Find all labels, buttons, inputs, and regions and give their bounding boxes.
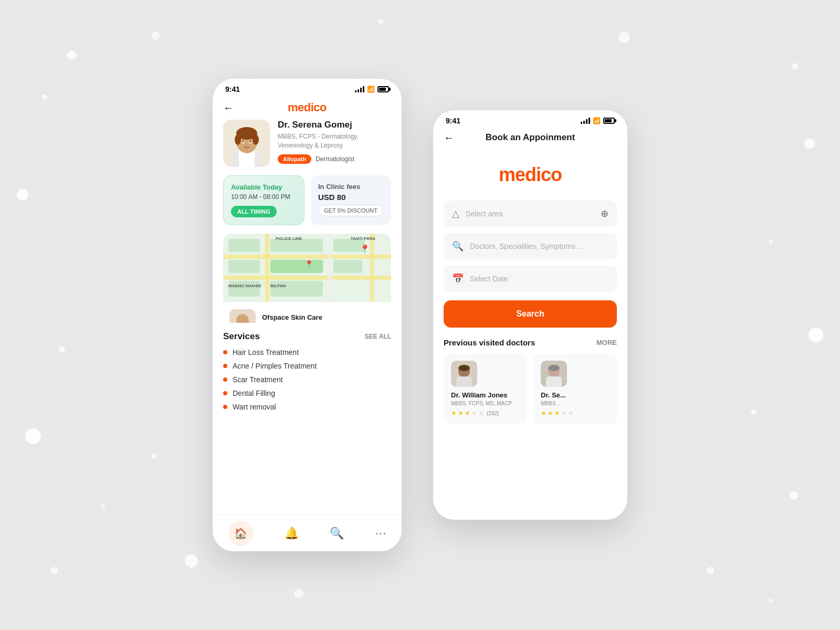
service-dot-3	[223, 391, 227, 395]
search-field-icon: 🔍	[452, 240, 464, 252]
battery-icon	[377, 86, 389, 92]
map-section: POLICE LINE MADHU SHAHID TANTI PARA BILP…	[223, 234, 391, 323]
svg-point-6	[253, 134, 259, 145]
status-icons-left: 📶	[355, 86, 389, 93]
prev-doc-name-1: Dr. William Jones	[451, 391, 520, 399]
service-label-4: Wart removal	[233, 403, 276, 411]
service-item-4: Wart removal	[223, 403, 391, 411]
services-list: Hair Loss TreatmentAcne / Pimples Treatm…	[223, 348, 391, 411]
logo-center: medico	[433, 148, 627, 201]
status-bar-right: 9:41 📶	[433, 110, 627, 128]
logo-left: medico	[288, 101, 327, 114]
date-placeholder: Select Date	[470, 275, 608, 283]
prev-doc-card-1[interactable]: Dr. William Jones MBBS, FCPS, MD, MACP ★…	[444, 353, 527, 424]
area-field[interactable]: △ Select area ⊕	[444, 201, 617, 227]
doctor-info: Dr. Serena Gomej MBBS, FCPS - Dermatolog…	[278, 120, 391, 164]
nav-header-left: ← medico	[213, 97, 402, 120]
more-icon: ⋯	[375, 527, 386, 540]
clinic-name: Ofspace Skin Care	[262, 313, 377, 321]
all-timing-button[interactable]: ALL TIMING	[231, 206, 277, 217]
prev-doc-deg-1: MBBS, FCPS, MD, MACP	[451, 401, 520, 406]
service-item-1: Acne / Pimples Treatment	[223, 362, 391, 370]
discount-button[interactable]: GET 5% DISCOUNT	[318, 205, 383, 216]
fees-amount: USD 80	[318, 193, 384, 202]
service-label-3: Dental Filling	[233, 389, 275, 397]
date-field[interactable]: 📅 Select Date	[444, 266, 617, 292]
time-right: 9:41	[446, 117, 460, 125]
battery-icon-right	[603, 118, 615, 124]
available-time: 10:00 AM - 08:00 PM	[231, 193, 297, 201]
time-left: 9:41	[225, 85, 240, 93]
service-item-0: Hair Loss Treatment	[223, 348, 391, 356]
prev-doc-avatar-1	[451, 361, 477, 387]
search-button[interactable]: Search	[444, 300, 617, 328]
phone-left-content: Dr. Serena Gomej MBBS, FCPS - Dermatolog…	[213, 120, 402, 416]
prev-doc-deg-2: MBBS...	[541, 401, 610, 406]
signal-icon	[355, 86, 364, 92]
service-dot-4	[223, 405, 227, 409]
service-label-1: Acne / Pimples Treatment	[233, 362, 317, 370]
nav-bell[interactable]: 🔔	[285, 527, 299, 540]
prev-doc-avatar-2	[541, 361, 567, 387]
service-item-2: Scar Treatment	[223, 375, 391, 384]
svg-point-11	[245, 145, 248, 147]
area-placeholder: Select area	[466, 209, 594, 218]
doctor-avatar-svg	[223, 120, 270, 167]
status-bar-left: 9:41 📶	[213, 79, 402, 97]
phone-right: 9:41 📶 ← Book an Appoinment	[433, 110, 627, 520]
doctor-card: Dr. Serena Gomej MBBS, FCPS - Dermatolog…	[223, 120, 391, 167]
availability-row: Available Today 10:00 AM - 08:00 PM ALL …	[223, 175, 391, 225]
prev-doc-photo-2	[541, 361, 567, 387]
svg-point-22	[548, 365, 560, 371]
doctors-field[interactable]: 🔍 Doctors, Specialities, Symptoms ...	[444, 233, 617, 259]
clinic-photo-svg	[229, 309, 256, 323]
fees-card: In Clinic fees USD 80 GET 5% DISCOUNT	[311, 175, 391, 225]
logo-big: medico	[499, 164, 562, 185]
signal-icon-right	[581, 118, 590, 124]
prev-doc-name-2: Dr. Se...	[541, 391, 610, 399]
nav-home[interactable]: 🏠	[228, 521, 254, 546]
previous-doctors-row: Dr. William Jones MBBS, FCPS, MD, MACP ★…	[433, 353, 627, 424]
phone-left: 9:41 📶 ← medico	[213, 79, 402, 551]
doctor-name: Dr. Serena Gomej	[278, 120, 391, 130]
nav-search[interactable]: 🔍	[330, 527, 344, 540]
phones-container: 9:41 📶 ← medico	[213, 79, 627, 551]
service-label-0: Hair Loss Treatment	[233, 348, 299, 356]
map-background: POLICE LINE MADHU SHAHID TANTI PARA BILP…	[223, 234, 391, 302]
wifi-icon-right: 📶	[593, 117, 601, 124]
doctor-specialty: MBBS, FCPS - Dermatology, Venereology & …	[278, 132, 391, 150]
back-button-right[interactable]: ←	[444, 132, 454, 144]
clinic-card: Ofspace Skin Care Shop No: 382, 1st Floo…	[223, 303, 391, 323]
wifi-icon: 📶	[367, 86, 375, 93]
svg-point-18	[458, 365, 470, 371]
nav-more[interactable]: ⋯	[375, 527, 386, 540]
search-form: △ Select area ⊕ 🔍 Doctors, Specialities,…	[433, 201, 627, 328]
see-all-button[interactable]: SEE ALL	[365, 333, 391, 340]
prev-doc-stars-1: ★ ★ ★ ★ ★ (292)	[451, 410, 520, 417]
prev-doc-card-2[interactable]: Dr. Se... MBBS... ★ ★ ★ ★ ★	[533, 353, 617, 424]
svg-rect-21	[546, 376, 562, 387]
map-pin: 📍	[360, 244, 370, 254]
fees-label: In Clinic fees	[318, 183, 384, 191]
gps-icon[interactable]: ⊕	[601, 208, 608, 219]
available-label: Available Today	[231, 183, 297, 191]
location-pin-icon: △	[452, 208, 459, 219]
doctor-tags: Allopath Dermatologist	[278, 154, 391, 164]
tag-dermatologist: Dermatologist	[316, 155, 354, 163]
search-nav-icon: 🔍	[330, 527, 344, 540]
more-button[interactable]: MORE	[596, 339, 617, 346]
svg-point-9	[243, 140, 244, 142]
book-title: Book an Appoinment	[486, 132, 575, 143]
prev-doc-stars-2: ★ ★ ★ ★ ★	[541, 410, 610, 417]
clinic-info: Ofspace Skin Care Shop No: 382, 1st Floo…	[262, 313, 377, 323]
back-button-left[interactable]: ←	[223, 102, 234, 114]
services-header: Services SEE ALL	[223, 331, 391, 342]
previous-doctors-header: Previous visited doctors MORE	[433, 328, 627, 353]
bottom-nav: 🏠 🔔 🔍 ⋯	[213, 514, 402, 551]
service-label-2: Scar Treatment	[233, 375, 283, 384]
prev-doc-photo-1	[451, 361, 477, 387]
svg-point-5	[235, 134, 241, 145]
svg-point-10	[250, 140, 251, 142]
service-dot-1	[223, 364, 227, 368]
previous-title: Previous visited doctors	[444, 338, 535, 347]
